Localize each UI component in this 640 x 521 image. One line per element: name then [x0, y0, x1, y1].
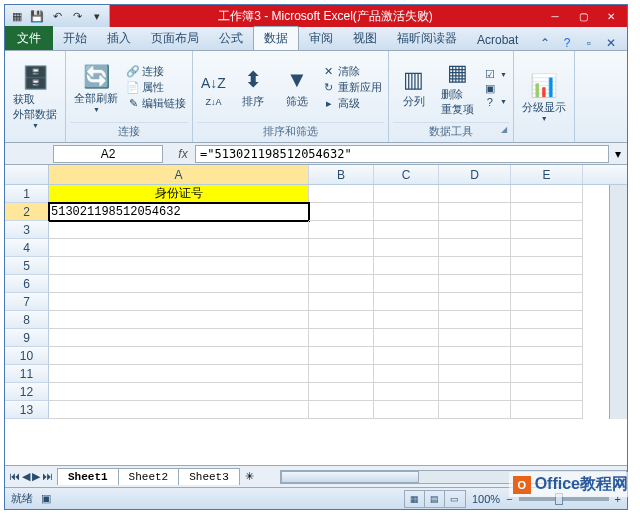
row-header[interactable]: 12	[5, 383, 49, 401]
cell[interactable]	[439, 311, 511, 329]
cell[interactable]	[374, 203, 439, 221]
cell[interactable]	[309, 293, 374, 311]
cell[interactable]	[511, 239, 583, 257]
row-header[interactable]: 9	[5, 329, 49, 347]
row-header[interactable]: 2	[5, 203, 49, 221]
help-icon[interactable]: ?	[559, 36, 575, 50]
cell[interactable]	[309, 257, 374, 275]
restore-window-icon[interactable]: ▫	[581, 36, 597, 50]
cell[interactable]	[511, 203, 583, 221]
sort-az-button[interactable]: A↓Z Z↓A	[197, 67, 230, 109]
cell[interactable]	[439, 293, 511, 311]
column-header[interactable]: A	[49, 165, 309, 184]
cell[interactable]	[439, 365, 511, 383]
cell[interactable]	[439, 203, 511, 221]
close-button[interactable]: ✕	[597, 6, 625, 26]
cell[interactable]	[511, 293, 583, 311]
tab-data[interactable]: 数据	[253, 26, 299, 50]
clear-filter-button[interactable]: ✕清除	[320, 64, 384, 79]
cell[interactable]	[439, 221, 511, 239]
cell[interactable]	[309, 329, 374, 347]
cell[interactable]	[49, 365, 309, 383]
edit-links-button[interactable]: ✎编辑链接	[124, 96, 188, 111]
cell[interactable]	[511, 221, 583, 239]
reapply-button[interactable]: ↻重新应用	[320, 80, 384, 95]
cell[interactable]	[49, 347, 309, 365]
undo-icon[interactable]: ↶	[49, 8, 65, 24]
consolidate-button[interactable]: ▣	[481, 82, 509, 95]
cell[interactable]	[49, 383, 309, 401]
cell[interactable]	[374, 293, 439, 311]
redo-icon[interactable]: ↷	[69, 8, 85, 24]
file-tab[interactable]: 文件	[5, 26, 53, 50]
last-sheet-icon[interactable]: ⏭	[42, 470, 53, 483]
connections-button[interactable]: 🔗连接	[124, 64, 188, 79]
cell[interactable]	[374, 239, 439, 257]
row-header[interactable]: 11	[5, 365, 49, 383]
name-box[interactable]: A2	[53, 145, 163, 163]
cell[interactable]	[439, 329, 511, 347]
tab-review[interactable]: 审阅	[299, 27, 343, 50]
cell[interactable]	[439, 347, 511, 365]
column-header[interactable]: B	[309, 165, 374, 184]
row-header[interactable]: 8	[5, 311, 49, 329]
cell[interactable]	[309, 203, 374, 221]
cell[interactable]	[309, 383, 374, 401]
zoom-percent[interactable]: 100%	[472, 493, 500, 505]
select-all-corner[interactable]	[5, 165, 49, 184]
cell[interactable]	[374, 347, 439, 365]
cell[interactable]	[511, 311, 583, 329]
cell[interactable]	[439, 239, 511, 257]
cell[interactable]: 身份证号	[49, 185, 309, 203]
text-to-columns-button[interactable]: ▥ 分列	[393, 64, 435, 111]
next-sheet-icon[interactable]: ▶	[32, 470, 40, 483]
cell[interactable]	[309, 311, 374, 329]
prev-sheet-icon[interactable]: ◀	[22, 470, 30, 483]
tab-insert[interactable]: 插入	[97, 27, 141, 50]
cell[interactable]	[49, 275, 309, 293]
formula-input[interactable]: ="513021198512054632"	[195, 145, 609, 163]
remove-duplicates-button[interactable]: ▦ 删除 重复项	[437, 57, 479, 119]
cell[interactable]	[511, 185, 583, 203]
sheet-tab[interactable]: Sheet3	[178, 468, 240, 485]
cell[interactable]	[439, 401, 511, 419]
tab-formulas[interactable]: 公式	[209, 27, 253, 50]
row-header[interactable]: 6	[5, 275, 49, 293]
column-header[interactable]: C	[374, 165, 439, 184]
cell[interactable]	[309, 275, 374, 293]
sheet-tab[interactable]: Sheet2	[118, 468, 180, 485]
cell[interactable]: 513021198512054632	[49, 203, 309, 221]
filter-button[interactable]: ▼ 筛选	[276, 64, 318, 111]
cell[interactable]	[49, 311, 309, 329]
properties-button[interactable]: 📄属性	[124, 80, 188, 95]
cell[interactable]	[511, 329, 583, 347]
cell[interactable]	[439, 275, 511, 293]
page-layout-button[interactable]: ▤	[425, 491, 445, 507]
normal-view-button[interactable]: ▦	[405, 491, 425, 507]
tab-view[interactable]: 视图	[343, 27, 387, 50]
cell[interactable]	[49, 257, 309, 275]
cell[interactable]	[374, 401, 439, 419]
cell[interactable]	[511, 365, 583, 383]
cell[interactable]	[374, 257, 439, 275]
tab-acrobat[interactable]: Acrobat	[467, 30, 528, 50]
cell[interactable]	[511, 347, 583, 365]
data-validation-button[interactable]: ☑▼	[481, 68, 509, 81]
fx-button[interactable]: fx	[171, 147, 195, 161]
cell[interactable]	[374, 185, 439, 203]
cell[interactable]	[49, 293, 309, 311]
tab-home[interactable]: 开始	[53, 27, 97, 50]
cell[interactable]	[374, 221, 439, 239]
cell[interactable]	[374, 311, 439, 329]
sheet-tab[interactable]: Sheet1	[57, 468, 119, 485]
cell[interactable]	[374, 329, 439, 347]
cell[interactable]	[309, 365, 374, 383]
sort-button[interactable]: ⬍ 排序	[232, 64, 274, 111]
cell[interactable]	[374, 383, 439, 401]
qat-dropdown-icon[interactable]: ▾	[89, 8, 105, 24]
advanced-button[interactable]: ▸高级	[320, 96, 384, 111]
cell[interactable]	[309, 401, 374, 419]
expand-formula-icon[interactable]: ▾	[609, 147, 627, 161]
cell[interactable]	[511, 401, 583, 419]
whatif-button[interactable]: ?▼	[481, 96, 509, 108]
